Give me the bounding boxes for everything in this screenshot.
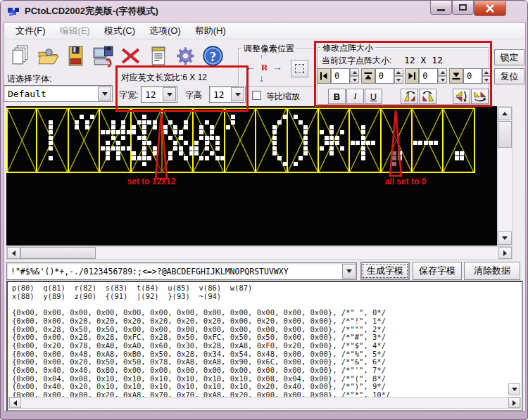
pixel-dot[interactable] xyxy=(75,125,79,129)
pixel-dot[interactable] xyxy=(215,146,220,151)
pixel-dot[interactable] xyxy=(361,141,365,145)
pixel-dot[interactable] xyxy=(163,125,168,129)
toolbar-delete-button[interactable] xyxy=(117,41,144,70)
pixel-dot[interactable] xyxy=(460,156,464,160)
pixel-dot[interactable] xyxy=(329,130,334,134)
pixel-dot[interactable] xyxy=(85,120,89,125)
preview-vscrollbar[interactable] xyxy=(497,106,513,246)
char-height-combo[interactable]: 12 xyxy=(209,86,246,103)
pixel-dot[interactable] xyxy=(335,136,339,140)
pixel-dot[interactable] xyxy=(106,146,110,151)
pixel-dot[interactable] xyxy=(163,130,168,134)
char-cell[interactable] xyxy=(132,109,163,172)
pixel-dot[interactable] xyxy=(49,120,53,125)
pixel-dot[interactable] xyxy=(101,146,105,151)
pixel-dot[interactable] xyxy=(205,156,209,160)
pixel-dot[interactable] xyxy=(111,120,115,125)
clear-data-button[interactable]: 清除数据 xyxy=(464,262,520,280)
char-cell[interactable] xyxy=(288,109,319,172)
toolbar-open-file-button[interactable] xyxy=(34,41,61,70)
pixel-dot[interactable] xyxy=(132,156,136,160)
pixel-dot[interactable] xyxy=(49,130,53,134)
pixel-dot[interactable] xyxy=(132,130,136,134)
hscroll-thumb[interactable] xyxy=(20,247,96,259)
save-font-button[interactable]: 保存字模 xyxy=(413,262,462,280)
pad-left-value-field[interactable]: 0 xyxy=(331,68,350,84)
pixel-dot[interactable] xyxy=(184,156,188,160)
proportional-scale-checkbox[interactable] xyxy=(252,91,261,100)
pixel-dot[interactable] xyxy=(325,136,329,140)
output-vscroll-down-button[interactable] xyxy=(508,383,520,395)
pixel-dot[interactable] xyxy=(189,146,194,151)
pixel-dot[interactable] xyxy=(272,125,277,129)
preview-hscrollbar[interactable] xyxy=(6,246,513,260)
pixel-dot[interactable] xyxy=(168,151,172,155)
char-height-dropdown-button[interactable] xyxy=(231,87,244,101)
pixel-dot[interactable] xyxy=(137,120,142,125)
pixel-dot[interactable] xyxy=(194,151,199,155)
pixel-dot[interactable] xyxy=(205,120,209,125)
char-cell[interactable] xyxy=(69,109,100,172)
pixel-dot[interactable] xyxy=(142,141,146,145)
pixel-dot[interactable] xyxy=(147,141,151,145)
charset-dropdown-button[interactable] xyxy=(342,264,356,279)
pixel-dot[interactable] xyxy=(49,146,53,151)
toolbar-export-save-button[interactable] xyxy=(89,41,116,70)
pad-right-value-field[interactable]: 0 xyxy=(419,68,438,84)
flip-horizontal-button[interactable] xyxy=(471,89,489,104)
char-width-combo[interactable]: 12 xyxy=(141,86,177,103)
pixel-dot[interactable] xyxy=(272,130,277,134)
pixel-dot[interactable] xyxy=(210,125,214,129)
char-cell[interactable] xyxy=(163,109,194,172)
pixel-dot[interactable] xyxy=(142,120,146,125)
pixel-dot[interactable] xyxy=(173,146,177,151)
pixel-dot[interactable] xyxy=(371,141,375,145)
pixel-dot[interactable] xyxy=(199,136,203,140)
pixel-dot[interactable] xyxy=(90,115,94,119)
pixel-dot[interactable] xyxy=(329,146,334,151)
scroll-up-button[interactable] xyxy=(498,107,512,120)
char-cell[interactable] xyxy=(194,109,225,172)
pixel-dot[interactable] xyxy=(199,156,203,160)
pixel-dot[interactable] xyxy=(142,115,146,119)
pixel-dot[interactable] xyxy=(142,146,146,151)
pixel-dot[interactable] xyxy=(231,120,235,125)
toolbar-help-button[interactable]: ? xyxy=(199,41,226,70)
pixel-dot[interactable] xyxy=(220,156,225,160)
pixel-dot[interactable] xyxy=(194,146,199,151)
output-textarea[interactable]: p(80) q(81) r(82) s(83) t(84) u(85) v(86… xyxy=(6,281,523,412)
pixel-dot[interactable] xyxy=(49,125,53,129)
pixel-dot[interactable] xyxy=(361,151,365,155)
flip-vertical-button[interactable] xyxy=(453,89,470,104)
pixel-dot[interactable] xyxy=(127,130,131,134)
preview-area[interactable]: set to 12x12 all set to 0 xyxy=(6,106,497,246)
pixel-dot[interactable] xyxy=(153,120,157,125)
pixel-dot[interactable] xyxy=(85,125,89,129)
pixel-dot[interactable] xyxy=(272,146,277,151)
generate-font-button[interactable]: 生成字模 xyxy=(360,262,410,280)
pixel-dot[interactable] xyxy=(272,141,277,145)
pixel-dot[interactable] xyxy=(173,125,177,129)
pixel-dot[interactable] xyxy=(179,136,183,140)
pixel-dot[interactable] xyxy=(329,125,334,129)
pixel-dot[interactable] xyxy=(272,151,277,155)
pixel-dot[interactable] xyxy=(320,146,324,151)
pixel-dot[interactable] xyxy=(325,141,329,145)
pixel-dot[interactable] xyxy=(121,136,125,140)
font-select-combo[interactable]: Default xyxy=(4,85,113,102)
pixel-dot[interactable] xyxy=(210,136,214,140)
pixel-dot[interactable] xyxy=(199,130,203,134)
pad-top-button[interactable] xyxy=(361,68,375,84)
pixel-dot[interactable] xyxy=(106,130,110,134)
rotate-right-button[interactable] xyxy=(419,89,436,104)
pixel-dot[interactable] xyxy=(179,146,183,151)
pixel-dot[interactable] xyxy=(340,130,344,134)
pad-top-stepper[interactable] xyxy=(394,68,403,84)
pixel-dot[interactable] xyxy=(303,146,308,151)
pad-bottom-value-field[interactable]: 0 xyxy=(463,68,482,84)
pixel-dot[interactable] xyxy=(298,120,303,125)
pixel-dot[interactable] xyxy=(121,120,125,125)
menu-item-4[interactable]: 帮助(H) xyxy=(188,23,233,39)
pixel-dot[interactable] xyxy=(153,151,157,155)
move-left-button[interactable]: ← xyxy=(246,62,256,72)
